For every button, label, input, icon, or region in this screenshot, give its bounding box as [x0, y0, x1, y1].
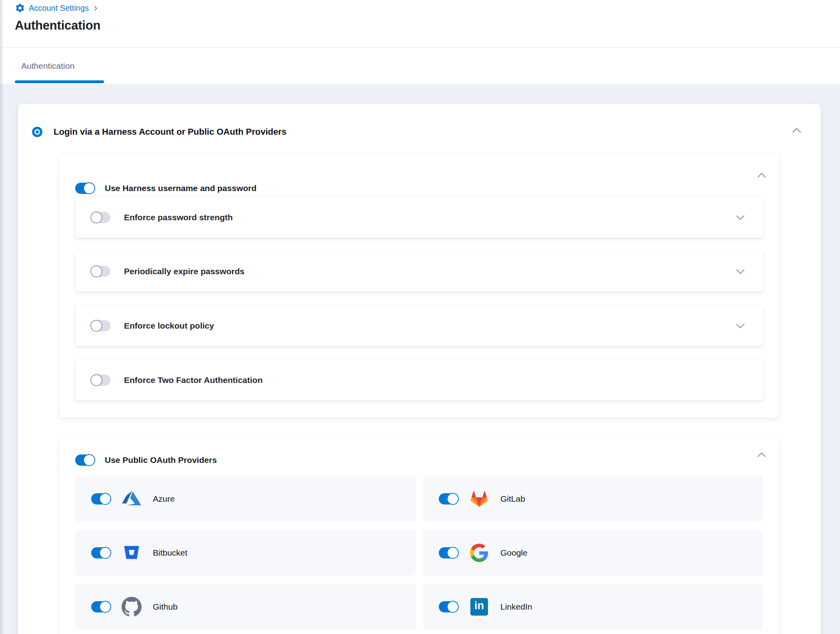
- provider-label: GitLab: [500, 494, 525, 504]
- setting-label: Enforce password strength: [124, 213, 233, 222]
- toggle-knob: [83, 182, 95, 194]
- provider-tile-github: Github: [75, 584, 416, 630]
- lockout-policy-chevron-down-icon[interactable]: [736, 323, 745, 329]
- toggle-knob: [99, 547, 111, 559]
- github-icon: [121, 596, 142, 617]
- harness-credentials-header: Use Harness username and password: [75, 178, 743, 199]
- login-option-collapse-chevron-up-icon[interactable]: [792, 127, 802, 134]
- toggle-knob: [90, 374, 102, 386]
- login-option-row: Login via a Harness Account or Public OA…: [32, 126, 805, 138]
- harness-credentials-label: Use Harness username and password: [105, 183, 256, 193]
- expire-passwords-chevron-down-icon[interactable]: [736, 269, 745, 275]
- harness-credentials-section: Use Harness username and password Enforc…: [59, 155, 779, 418]
- oauth-section-chevron-up-icon[interactable]: [757, 452, 766, 458]
- provider-tile-azure: Azure: [75, 476, 416, 522]
- provider-label: LinkedIn: [500, 602, 532, 612]
- setting-row-expire-passwords: Periodically expire passwords: [75, 251, 763, 292]
- nav-edge-shadow: [0, 0, 3, 634]
- oauth-providers-header: Use Public OAuth Providers: [75, 450, 743, 471]
- login-option-label: Login via a Harness Account or Public OA…: [54, 127, 286, 137]
- two-factor-toggle[interactable]: [91, 375, 110, 386]
- provider-label: Google: [500, 548, 528, 558]
- toggle-knob: [83, 454, 95, 466]
- password-strength-toggle[interactable]: [91, 212, 110, 223]
- azure-icon: [121, 488, 142, 509]
- auth-settings-card: Login via a Harness Account or Public OA…: [18, 104, 821, 634]
- bitbucket-icon: [121, 542, 142, 563]
- provider-tile-linkedin: in LinkedIn: [423, 584, 763, 630]
- login-option-radio[interactable]: [32, 127, 42, 137]
- toggle-knob: [90, 320, 102, 332]
- provider-tile-bitbucket: Bitbucket: [75, 530, 416, 576]
- gitlab-toggle[interactable]: [439, 493, 458, 504]
- gear-icon: [15, 3, 25, 13]
- setting-row-two-factor: Enforce Two Factor Authentication: [75, 359, 763, 401]
- oauth-providers-section: Use Public OAuth Providers Azure: [59, 436, 779, 634]
- tab-bar: Authentication: [0, 47, 840, 84]
- content-area: Login via a Harness Account or Public OA…: [0, 85, 840, 634]
- page-header: Account Settings Authentication: [0, 0, 840, 47]
- gitlab-icon: [469, 488, 490, 509]
- tab-authentication[interactable]: Authentication: [15, 48, 81, 84]
- setting-label: Enforce Two Factor Authentication: [124, 375, 263, 385]
- harness-credentials-toggle[interactable]: [75, 183, 94, 194]
- google-icon: [469, 542, 490, 563]
- google-toggle[interactable]: [439, 547, 458, 558]
- setting-label: Enforce lockout policy: [124, 321, 214, 331]
- active-tab-indicator: [15, 80, 104, 83]
- provider-tile-gitlab: GitLab: [423, 476, 763, 522]
- toggle-knob: [447, 601, 459, 613]
- oauth-providers-toggle[interactable]: [75, 455, 94, 466]
- linkedin-icon: in: [469, 596, 490, 617]
- toggle-knob: [447, 547, 459, 559]
- lockout-policy-toggle[interactable]: [91, 320, 110, 331]
- password-strength-chevron-down-icon[interactable]: [736, 215, 745, 221]
- github-toggle[interactable]: [91, 601, 110, 612]
- provider-label: Github: [153, 602, 178, 612]
- setting-row-lockout-policy: Enforce lockout policy: [75, 305, 763, 346]
- page-title: Authentication: [15, 18, 100, 33]
- setting-row-password-strength: Enforce password strength: [75, 197, 763, 238]
- toggle-knob: [447, 493, 459, 505]
- linkedin-toggle[interactable]: [439, 601, 458, 612]
- toggle-knob: [90, 211, 102, 223]
- harness-section-chevron-up-icon[interactable]: [757, 172, 766, 178]
- breadcrumb: Account Settings: [15, 3, 99, 13]
- breadcrumb-chevron-icon: [92, 4, 99, 12]
- expire-passwords-toggle[interactable]: [91, 266, 110, 277]
- bitbucket-toggle[interactable]: [91, 547, 110, 558]
- toggle-knob: [90, 265, 102, 277]
- breadcrumb-link-account-settings[interactable]: Account Settings: [29, 4, 89, 13]
- azure-toggle[interactable]: [91, 493, 110, 504]
- oauth-providers-label: Use Public OAuth Providers: [105, 455, 217, 465]
- toggle-knob: [99, 601, 111, 613]
- provider-label: Azure: [153, 494, 175, 504]
- provider-tile-google: Google: [423, 530, 763, 576]
- setting-label: Periodically expire passwords: [124, 267, 244, 276]
- linkedin-icon-text: in: [474, 600, 484, 613]
- provider-label: Bitbucket: [153, 548, 187, 558]
- providers-grid: Azure G: [75, 476, 763, 630]
- toggle-knob: [99, 493, 111, 505]
